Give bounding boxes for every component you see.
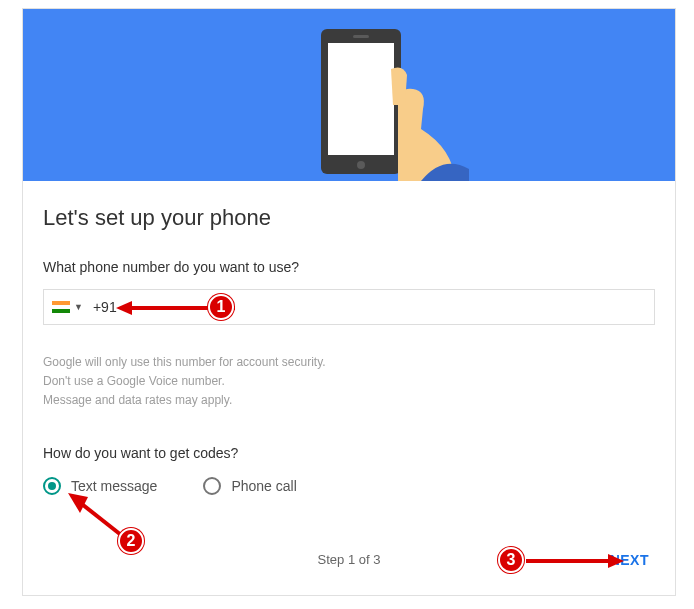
country-dropdown-caret-icon[interactable]: ▼ [74,302,83,312]
fineprint-line: Message and data rates may apply. [43,391,655,410]
hero-illustration [23,9,675,181]
phone-input-row[interactable]: ▼ +91 [43,289,655,325]
setup-card: Let's set up your phone What phone numbe… [22,8,676,596]
step-indicator: Step 1 of 3 [318,552,381,567]
codes-question-label: How do you want to get codes? [43,445,655,461]
radio-text-message[interactable]: Text message [43,477,157,495]
fineprint-block: Google will only use this number for acc… [43,353,655,411]
svg-point-3 [357,161,365,169]
page-title: Let's set up your phone [43,205,655,231]
radio-label: Phone call [231,478,296,494]
india-flag-icon[interactable] [52,301,70,313]
phone-number-input[interactable] [123,299,646,315]
content-area: Let's set up your phone What phone numbe… [23,181,675,595]
radio-icon-unchecked[interactable] [203,477,221,495]
svg-rect-4 [353,35,369,38]
dial-code: +91 [93,299,117,315]
fineprint-line: Google will only use this number for acc… [43,353,655,372]
footer-row: Step 1 of 3 NEXT [43,545,655,575]
svg-rect-2 [328,43,394,155]
phone-question-label: What phone number do you want to use? [43,259,655,275]
radio-label: Text message [71,478,157,494]
radio-phone-call[interactable]: Phone call [203,477,296,495]
fineprint-line: Don't use a Google Voice number. [43,372,655,391]
radio-icon-checked[interactable] [43,477,61,495]
code-method-radios: Text message Phone call [43,477,655,495]
next-button[interactable]: NEXT [610,552,649,568]
